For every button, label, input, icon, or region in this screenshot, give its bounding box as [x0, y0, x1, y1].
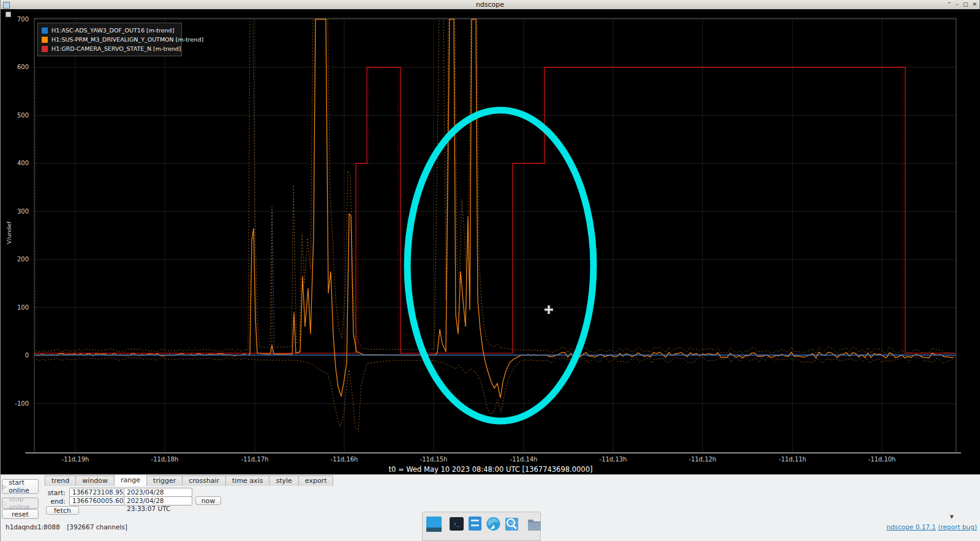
- stop-icon: ◻: [2, 501, 7, 506]
- play-icon: ▷: [2, 484, 6, 490]
- now-button[interactable]: now: [195, 496, 221, 505]
- start-gps-input[interactable]: 1366723108.954553: [69, 488, 124, 497]
- title-bar[interactable]: ndscope ⌃ – ▢ ✕: [1, 0, 979, 10]
- legend-item: H1:SUS-PRM_M3_DRIVEALIGN_Y_OUTMON [m-tre…: [42, 35, 178, 44]
- plot-area[interactable]: H1:ASC-ADS_YAW3_DOF_OUT16 [m-trend] H1:S…: [1, 9, 980, 474]
- x-tick-label: -11d,12h: [689, 456, 717, 463]
- taskbar: ›_: [422, 512, 541, 541]
- x-tick-label: -11d,11h: [779, 456, 807, 463]
- move-cursor: [545, 305, 553, 314]
- web-globe-icon[interactable]: [486, 515, 501, 532]
- channel-color-swatch: [42, 46, 48, 52]
- x-tick-label: -11d,15h: [420, 456, 448, 463]
- tab-trigger[interactable]: trigger: [146, 476, 183, 486]
- plot-legend: H1:ASC-ADS_YAW3_DOF_OUT16 [m-trend] H1:S…: [37, 23, 182, 56]
- start-label: start:: [41, 489, 66, 497]
- reset-button[interactable]: reset: [2, 509, 39, 519]
- legend-item: H1:ASC-ADS_YAW3_DOF_OUT16 [m-trend]: [42, 26, 178, 35]
- window-title: ndscope: [1, 0, 979, 9]
- maximize-button[interactable]: ▢: [963, 0, 968, 9]
- x-tick-label: -11d,17h: [241, 456, 269, 463]
- tab-bar: trend window range trigger crosshair tim…: [45, 476, 333, 486]
- start-utc-input[interactable]: 2023/04/28 13:18:10 UTC: [124, 488, 192, 497]
- series-orange-mean-left: [35, 354, 246, 356]
- series-red-mean: [34, 67, 956, 353]
- end-label: end:: [41, 498, 66, 506]
- trend-plot: [1, 9, 980, 474]
- series-red-minmax-block1: [358, 67, 398, 354]
- active-window-icon[interactable]: [426, 515, 442, 532]
- start-online-button[interactable]: ▷ start online: [2, 479, 39, 494]
- end-utc-input[interactable]: 2023/04/28 23:33:07 UTC: [124, 496, 192, 506]
- y-tick-label: 600: [1, 64, 29, 70]
- scroll-down-icon[interactable]: ▼: [950, 514, 954, 520]
- y-axis-label: V/undef: [6, 212, 12, 255]
- channel-label: H1:ASC-ADS_YAW3_DOF_OUT16 [m-trend]: [51, 27, 174, 34]
- y-tick-label: 0: [1, 352, 29, 359]
- y-tick-label: 500: [1, 112, 29, 119]
- shade-button[interactable]: ⌃: [947, 0, 952, 9]
- channel-color-swatch: [42, 28, 48, 34]
- y-tick-label: 400: [1, 160, 29, 166]
- tab-style[interactable]: style: [269, 476, 298, 486]
- channel-color-swatch: [42, 37, 48, 43]
- series-orange-min-left: [36, 357, 247, 360]
- series-orange-max: [248, 17, 954, 354]
- fetch-button[interactable]: fetch: [46, 506, 79, 515]
- channel-count: [392667 channels]: [67, 523, 127, 531]
- tab-trend[interactable]: trend: [45, 476, 76, 486]
- series-orange-max-left: [36, 349, 247, 352]
- stop-online-button[interactable]: ◻ stop online: [2, 498, 39, 509]
- x-tick-label: -11d,19h: [62, 456, 89, 463]
- y-tick-label: 200: [1, 256, 29, 263]
- minimize-button[interactable]: –: [956, 0, 959, 9]
- x-tick-label: -11d,10h: [869, 456, 896, 463]
- x-tick-label: -11d,13h: [600, 456, 627, 463]
- cursor-outline: [545, 305, 553, 314]
- t0-label: t0 = Wed May 10 2023 08:48:00 UTC [13677…: [1, 465, 980, 474]
- series-red-minmax-block2: [515, 67, 903, 354]
- series-orange-mean: [248, 20, 954, 398]
- y-tick-label: -100: [1, 400, 29, 407]
- tab-crosshair[interactable]: crosshair: [182, 476, 226, 486]
- channel-label: H1:SUS-PRM_M3_DRIVEALIGN_Y_OUTMON [m-tre…: [51, 36, 203, 43]
- folder-icon[interactable]: [527, 515, 542, 532]
- screenshot-magnifier-icon[interactable]: [504, 515, 519, 532]
- tab-range[interactable]: range: [114, 474, 147, 486]
- terminal-icon[interactable]: ›_: [449, 515, 464, 532]
- series-orange-min: [248, 357, 955, 431]
- tab-window[interactable]: window: [75, 476, 115, 486]
- x-tick-label: -11d,18h: [151, 456, 179, 463]
- tab-export[interactable]: export: [298, 476, 334, 486]
- channel-label: H1:GRD-CAMERA_SERVO_STATE_N [m-trend]: [51, 45, 181, 52]
- y-tick-label: 100: [1, 304, 29, 311]
- x-tick-label: -11d,16h: [331, 456, 358, 463]
- y-tick-label: 300: [1, 208, 29, 215]
- tab-time-axis[interactable]: time axis: [225, 476, 270, 486]
- report-bug-link[interactable]: (report bug): [938, 523, 977, 531]
- close-button[interactable]: ✕: [972, 0, 977, 9]
- plot-frame: [34, 18, 956, 453]
- x-tick-label: -11d,14h: [510, 456, 538, 463]
- annotation-ellipse: [407, 110, 594, 421]
- version-link[interactable]: ndscope 0.17.1: [886, 523, 936, 531]
- start-online-label: start online: [9, 479, 38, 494]
- end-gps-input[interactable]: 1366760005.607978: [69, 496, 124, 506]
- ndscope-window: ndscope ⌃ – ▢ ✕ H1:ASC-ADS_YAW3_DOF_OUT1…: [0, 0, 980, 541]
- file-cabinet-icon[interactable]: [467, 515, 483, 532]
- legend-item: H1:GRD-CAMERA_SERVO_STATE_N [m-trend]: [42, 44, 178, 53]
- y-tick-label: 700: [1, 16, 29, 23]
- nds-server: h1daqnds1:8088: [6, 523, 60, 531]
